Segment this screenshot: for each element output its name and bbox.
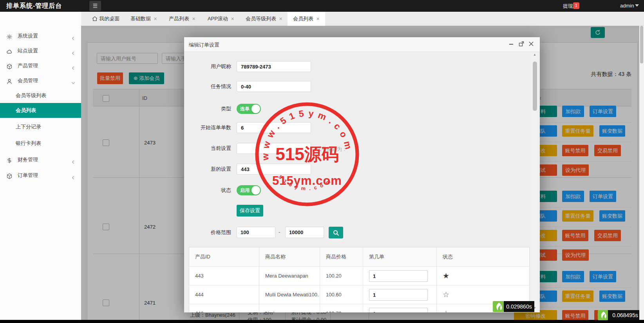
sidebar-item-银行卡列表[interactable]: 银行卡列表 (0, 138, 81, 149)
chevron-left-icon (71, 157, 76, 162)
tab-会员等级列表[interactable]: 会员等级列表✕ (241, 12, 288, 26)
chevron-left-icon (71, 173, 76, 178)
order-icon (6, 172, 13, 179)
task-status-label: 任务情况 (184, 81, 231, 92)
scrollbar-thumb[interactable] (640, 26, 643, 63)
column-header: 商品价格 (320, 247, 363, 266)
member-icon (6, 78, 13, 84)
close-icon[interactable] (528, 41, 534, 48)
nickname-label: 用户昵称 (184, 61, 231, 72)
chevron-left-icon (71, 63, 76, 68)
status-toggle[interactable]: 启用 (237, 185, 261, 195)
sidebar-item-订单管理[interactable]: 订单管理 (0, 170, 81, 181)
product-price: 100.70 (320, 304, 363, 312)
search-icon (333, 229, 340, 236)
product-name: Mulli Dewla Mewati100. (259, 285, 320, 304)
status-label: 状态 (184, 185, 231, 195)
chevron-down-icon (71, 78, 76, 83)
task-status-input[interactable] (237, 81, 311, 92)
start-count-label: 开始连单单数 (184, 122, 231, 133)
modal-trace-time: 0.029860s (504, 301, 534, 312)
chevron-left-icon (71, 49, 76, 53)
product-name: Mera Deewanapan (259, 267, 320, 285)
bottom-bar (0, 320, 644, 323)
page-trace-logo-icon[interactable] (598, 310, 608, 320)
withdraw-count-badge[interactable]: 1 (573, 2, 579, 9)
chevron-down-icon (635, 4, 639, 7)
tab-基础数据[interactable]: 基础数据✕ (125, 12, 163, 26)
price-max-input[interactable] (285, 227, 324, 238)
type-toggle[interactable]: 连单 (237, 104, 261, 114)
product-table-header: 产品ID商品名称商品价格第几单状态 (189, 247, 529, 266)
column-header: 第几单 (363, 247, 436, 266)
tab-我的桌面[interactable]: 我的桌面 (87, 12, 125, 26)
page-scrollbar[interactable] (639, 26, 644, 320)
close-icon[interactable]: ✕ (316, 16, 320, 21)
close-icon[interactable]: ✕ (192, 16, 195, 21)
site-icon (6, 48, 13, 54)
toggle-knob (251, 186, 260, 195)
sidebar-item-财务管理[interactable]: 财务管理 (0, 154, 81, 165)
save-settings-button[interactable]: 保存设置 (237, 205, 263, 217)
tab-产品列表[interactable]: 产品列表✕ (163, 12, 201, 26)
price-range-label: 价格范围 (184, 227, 231, 238)
home-icon (92, 13, 98, 27)
tab-bar: 我的桌面基础数据✕产品列表✕APP滚动✕会员等级列表✕会员列表✕ (81, 12, 644, 26)
new-setting-input[interactable] (237, 164, 311, 175)
page-trace-time: 0.068495s (608, 310, 642, 320)
finance-icon (6, 157, 13, 163)
product-name: No Love (259, 304, 320, 312)
maximize-icon[interactable] (518, 41, 525, 48)
close-icon[interactable]: ✕ (279, 16, 282, 21)
sidebar: 系统设置 站点设置 产品管理 会员管理 会员等级列表 会员列表 上下分记录 银行… (0, 12, 81, 323)
menu-icon[interactable]: ☰ (89, 1, 101, 11)
sidebar-item-会员等级列表[interactable]: 会员等级列表 (0, 90, 81, 101)
product-id: 443 (189, 267, 259, 285)
column-header: 状态 (436, 247, 529, 266)
product-row: 444 Mulli Dewla Mewati100. 100.60 ☆ (189, 285, 529, 304)
sidebar-item-会员管理[interactable]: 会员管理 (0, 75, 81, 86)
modal-header[interactable]: 编辑订单设置 (184, 37, 540, 52)
modal-title: 编辑订单设置 (189, 42, 219, 49)
product-icon (6, 63, 13, 69)
start-count-input[interactable] (237, 122, 311, 133)
scrollbar-thumb[interactable] (533, 61, 537, 111)
trace-logo-icon[interactable] (493, 301, 504, 312)
edit-order-settings-modal: 编辑订单设置 用户昵称 任务情况 类型 连单 开始连单单数 当前设置 *文字描述… (184, 37, 540, 312)
price-search-button[interactable] (329, 227, 343, 238)
product-row: 446 No Love 100.70 ☆ (189, 304, 529, 312)
current-setting-input[interactable] (237, 143, 311, 154)
star-outline-icon[interactable]: ☆ (443, 291, 449, 299)
type-label: 类型 (184, 104, 231, 114)
withdraw-link[interactable]: 提现 (563, 3, 573, 10)
tab-APP滚动[interactable]: APP滚动✕ (201, 12, 241, 26)
sidebar-item-会员列表[interactable]: 会员列表 (0, 103, 81, 118)
star-filled-icon[interactable]: ★ (443, 272, 449, 280)
nickname-input[interactable] (237, 61, 311, 72)
product-table: 产品ID商品名称商品价格第几单状态 443 Mera Deewanapan 10… (189, 247, 530, 312)
close-icon[interactable]: ✕ (154, 16, 157, 21)
modal-scrollbar[interactable]: ▲ ▼ (532, 52, 538, 312)
sidebar-item-站点设置[interactable]: 站点设置 (0, 45, 81, 56)
sidebar-item-上下分记录[interactable]: 上下分记录 (0, 121, 81, 132)
price-separator: - (279, 229, 280, 235)
order-number-input[interactable] (369, 270, 428, 282)
order-number-input[interactable] (369, 308, 428, 312)
app-title: 排单系统-管理后台 (6, 2, 62, 10)
sidebar-item-系统设置[interactable]: 系统设置 (0, 31, 81, 42)
scroll-up-icon[interactable]: ▲ (533, 53, 536, 56)
current-setting-label: 当前设置 (184, 143, 231, 154)
product-price: 100.60 (320, 285, 363, 304)
user-menu[interactable]: admin (620, 3, 634, 9)
product-id: 446 (189, 304, 259, 312)
tab-会员列表[interactable]: 会员列表✕ (288, 12, 325, 26)
toggle-knob (251, 105, 260, 113)
order-number-input[interactable] (369, 289, 428, 301)
star-outline-icon[interactable]: ☆ (443, 309, 449, 312)
price-min-input[interactable] (237, 227, 275, 238)
close-icon[interactable]: ✕ (231, 16, 234, 21)
minimize-icon[interactable] (508, 41, 514, 48)
new-setting-label: 新的设置 (184, 164, 231, 175)
sidebar-item-产品管理[interactable]: 产品管理 (0, 60, 81, 71)
product-id: 444 (189, 285, 259, 304)
